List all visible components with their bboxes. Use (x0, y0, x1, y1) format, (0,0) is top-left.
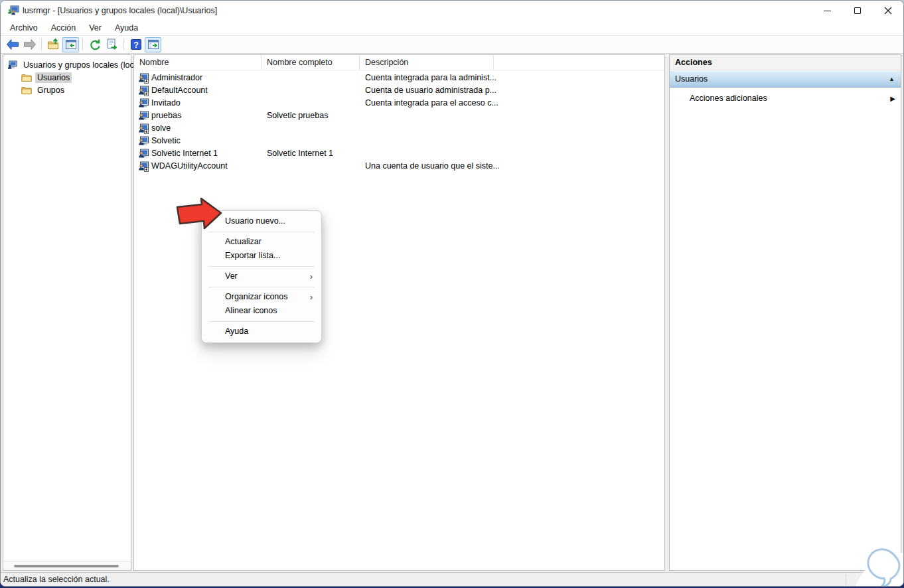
toggle-action-pane-icon[interactable] (145, 37, 161, 52)
user-name: DefaultAccount (151, 84, 208, 97)
refresh-icon[interactable] (86, 37, 103, 52)
close-icon (884, 7, 892, 15)
maximize-icon (854, 7, 861, 14)
menu-item-label: Actualizar (225, 237, 262, 246)
collapse-icon[interactable]: ▲ (889, 71, 895, 88)
column-header-nombre[interactable]: Nombre (134, 55, 262, 70)
menu-separator (208, 287, 315, 287)
app-icon (7, 5, 19, 16)
tree-horizontal-scrollbar[interactable] (3, 561, 131, 570)
user-name: Solvetic (151, 135, 181, 147)
user-full-name: Solvetic pruebas (262, 110, 360, 122)
sidebar-item-grupos[interactable]: Grupos (3, 84, 131, 96)
user-full-name (262, 160, 360, 173)
menu-ayuda[interactable]: Ayuda (108, 21, 145, 35)
scrollbar-thumb[interactable] (14, 565, 119, 567)
list-header: NombreNombre completoDescripción (134, 55, 664, 70)
table-row[interactable]: Solvetic Internet 1Solvetic Internet 1 (134, 147, 664, 160)
menu-archivo[interactable]: Archivo (3, 21, 44, 35)
user-description (360, 110, 652, 122)
user-full-name: Solvetic Internet 1 (262, 147, 360, 160)
help-icon[interactable]: ? (127, 37, 144, 52)
user-full-name (262, 84, 360, 97)
user-disabled-icon (138, 123, 149, 134)
user-disabled-icon (138, 73, 149, 84)
user-full-name (262, 97, 360, 110)
user-full-name (262, 135, 360, 147)
menu-item-label: Ver (225, 271, 238, 281)
context-menu-item-ver[interactable]: Ver› (202, 269, 321, 283)
toolbar-separator (41, 38, 42, 50)
actions-group-label: Usuarios (675, 74, 708, 84)
table-row[interactable]: Solvetic (134, 135, 664, 147)
table-row[interactable]: AdministradorCuenta integrada para la ad… (134, 72, 664, 84)
computer-icon (7, 60, 18, 70)
tree-children: UsuariosGrupos (3, 71, 131, 96)
actions-panel: Acciones Usuarios ▲ Acciones adicionales… (669, 54, 901, 571)
menu-item-label: Usuario nuevo... (225, 216, 285, 226)
back-icon[interactable] (4, 37, 21, 52)
folder-icon (21, 72, 32, 83)
user-icon (138, 98, 149, 109)
maximize-button[interactable] (842, 1, 873, 21)
menu-separator (208, 321, 315, 322)
actions-group-usuarios[interactable]: Usuarios ▲ (670, 70, 901, 88)
table-row[interactable]: InvitadoCuenta integrada para el acceso … (134, 97, 664, 110)
desktop-edge (1, 586, 903, 587)
menu-accion[interactable]: Acción (44, 21, 83, 35)
user-description: Cuenta de usuario administrada p... (360, 84, 652, 97)
user-icon (138, 149, 149, 159)
forward-icon[interactable] (21, 37, 38, 52)
console-tree-panel: Usuarios y grupos locales (local) Usuari… (3, 54, 131, 571)
user-name: Invitado (151, 97, 181, 110)
menu-item-label: Ayuda (225, 327, 248, 336)
context-menu-item-exportar-lista[interactable]: Exportar lista... (202, 249, 321, 263)
user-description: Una cuenta de usuario que el siste... (360, 160, 652, 173)
user-description (360, 135, 652, 147)
context-menu-item-actualizar[interactable]: Actualizar (202, 235, 321, 249)
column-header-descripcion[interactable]: Descripción (360, 55, 494, 70)
menu-separator (208, 232, 315, 232)
user-full-name (262, 72, 360, 84)
menu-item-label: Alinear iconos (225, 306, 277, 315)
solvetic-bubble-logo (863, 547, 904, 587)
user-icon (138, 111, 149, 121)
user-full-name (262, 122, 360, 135)
actions-item-acciones-adicionales[interactable]: Acciones adicionales ▶ (670, 92, 901, 106)
up-one-level-icon[interactable] (45, 37, 62, 52)
table-row[interactable]: DefaultAccountCuenta de usuario administ… (134, 84, 664, 97)
user-name: Administrador (151, 72, 202, 84)
menu-bar: ArchivoAcciónVerAyuda (1, 21, 903, 36)
user-name: WDAGUtilityAccount (151, 160, 228, 173)
submenu-chevron-icon: › (310, 290, 313, 304)
table-row[interactable]: WDAGUtilityAccountUna cuenta de usuario … (134, 160, 664, 173)
user-name: pruebas (151, 110, 181, 122)
submenu-arrow-icon: ▶ (890, 92, 895, 106)
table-row[interactable]: pruebasSolvetic pruebas (134, 110, 664, 122)
user-icon (138, 136, 149, 147)
user-disabled-icon (138, 161, 149, 172)
status-bar: Actualiza la selección actual. (1, 572, 903, 586)
sidebar-item-usuarios[interactable]: Usuarios (3, 71, 131, 84)
close-button[interactable] (873, 1, 903, 21)
title-bar: lusrmgr - [Usuarios y grupos locales (lo… (1, 1, 903, 21)
tree-root-usuarios-y-grupos-locales[interactable]: Usuarios y grupos locales (local) (3, 58, 131, 71)
context-menu-item-alinear-iconos[interactable]: Alinear iconos (202, 304, 321, 318)
column-header-nombre-completo[interactable]: Nombre completo (262, 55, 360, 70)
context-menu-item-ayuda[interactable]: Ayuda (202, 325, 321, 338)
table-row[interactable]: solve (134, 122, 664, 135)
actions-panel-title: Acciones (670, 55, 901, 70)
minimize-button[interactable] (812, 1, 842, 21)
tree-root-label: Usuarios y grupos locales (local) (21, 60, 145, 70)
status-text: Actualiza la selección actual. (3, 575, 110, 584)
user-description: Cuenta integrada para la administ... (360, 72, 652, 84)
context-menu-item-organizar-iconos[interactable]: Organizar iconos› (202, 290, 321, 304)
user-description (360, 147, 652, 160)
toolbar-separator (123, 38, 124, 50)
toggle-console-tree-icon[interactable] (62, 37, 79, 52)
menu-item-label: Exportar lista... (225, 251, 280, 260)
menu-ver[interactable]: Ver (82, 21, 108, 35)
export-list-icon[interactable] (104, 37, 120, 52)
submenu-chevron-icon: › (310, 269, 313, 283)
user-name: solve (151, 122, 171, 135)
